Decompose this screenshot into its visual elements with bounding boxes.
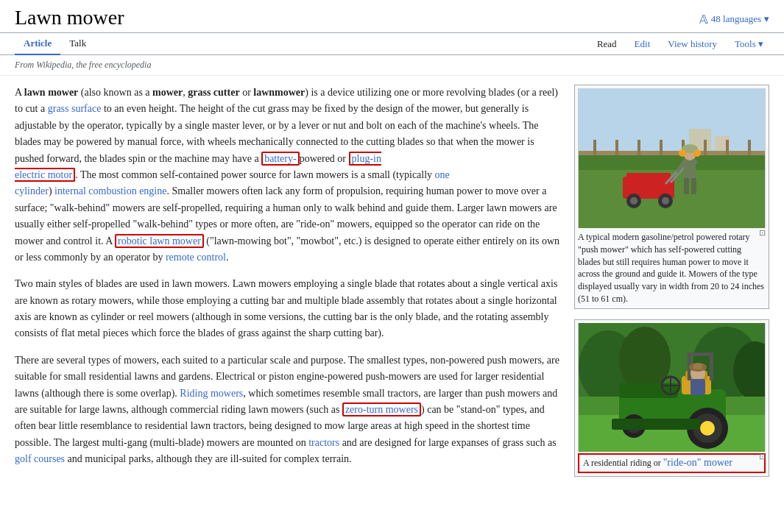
expand-icon[interactable]: ⊡ [759, 228, 766, 238]
expand-icon-riding[interactable]: ⊡ [759, 452, 766, 461]
image-box-push-mower: ⊡ A typical modern gasoline/petrol power… [574, 85, 769, 309]
paragraph-1: A lawn mower (also known as a mower, gra… [15, 85, 562, 266]
p1-text-intro: A [15, 87, 24, 98]
p1-bold-lawnmower: lawnmower [253, 87, 305, 98]
highlight-robotic: robotic lawn mower [115, 234, 204, 248]
image-caption-riding-prefix: A residential riding or [583, 458, 663, 468]
tab-talk[interactable]: Talk [60, 33, 95, 55]
link-remote-control[interactable]: remote control [166, 252, 226, 263]
link-robotic-lawn-mower[interactable]: robotic lawn mower [118, 235, 201, 247]
tabs-bar: Article Talk Read Edit View history Tool… [0, 33, 784, 55]
svg-point-17 [630, 197, 638, 205]
page-title: Lawn mower [15, 6, 124, 32]
link-golf-courses[interactable]: golf courses [15, 453, 65, 464]
tab-article[interactable]: Article [15, 33, 60, 55]
p1-text-2: (also known as a [78, 87, 152, 98]
svg-point-30 [693, 149, 701, 157]
link-internal-combustion[interactable]: internal combustion engine [54, 185, 166, 196]
svg-point-29 [679, 149, 686, 157]
link-ride-on-mower-caption[interactable]: "ride-on" mower [663, 457, 732, 468]
paragraph-3: There are several types of mowers, each … [15, 352, 562, 468]
p1-bold-lawn-mower: lawn mower [24, 87, 79, 98]
svg-rect-54 [612, 419, 700, 430]
tabs-left: Article Talk [15, 33, 95, 54]
push-mower-image [578, 88, 766, 228]
article-sidebar: ⊡ A typical modern gasoline/petrol power… [574, 85, 769, 487]
link-grass-surface[interactable]: grass surface [48, 103, 102, 114]
p1-bold-grass-cutter: grass cutter [188, 87, 239, 98]
highlight-zero-turn: zero-turn mowers [342, 402, 421, 416]
lang-count: 48 languages [711, 13, 761, 25]
svg-rect-56 [691, 379, 705, 395]
page-header: Lawn mower 𝔸 48 languages ▾ [0, 0, 784, 33]
translate-icon: 𝔸 [699, 13, 708, 26]
svg-rect-58 [693, 363, 702, 369]
paragraph-2: Two main styles of blades are used in la… [15, 276, 562, 342]
svg-rect-26 [691, 178, 696, 194]
image-box-riding-mower: ⊡ A residential riding or "ride-on" mowe… [574, 319, 769, 477]
riding-mower-svg [579, 323, 765, 452]
p1-text-9: ) [49, 185, 54, 196]
link-zero-turn-mowers[interactable]: zero-turn mowers [345, 404, 418, 415]
tabs-right: Read Edit View history Tools ▾ [591, 34, 769, 54]
p3-text-4: and are designed for large expanses of g… [339, 437, 556, 448]
article-content: A lawn mower (also known as a mower, gra… [15, 85, 562, 487]
link-battery[interactable]: battery- [264, 153, 297, 164]
p1-text-8: . The most common self-contained power s… [75, 169, 434, 180]
tab-tools[interactable]: Tools ▾ [729, 34, 769, 54]
link-tractors[interactable]: tractors [308, 437, 339, 448]
language-selector[interactable]: 𝔸 48 languages ▾ [699, 13, 769, 26]
svg-point-50 [700, 421, 715, 436]
tab-edit[interactable]: Edit [629, 34, 657, 54]
svg-rect-15 [626, 173, 671, 180]
p1-text-7: powered or [300, 153, 349, 164]
image-caption-push-mower: A typical modern gasoline/petrol powered… [578, 231, 766, 305]
tab-view-history[interactable]: View history [662, 34, 723, 54]
svg-rect-13 [579, 155, 765, 170]
link-riding-mowers[interactable]: Riding mowers [180, 388, 243, 399]
highlight-battery: battery- [261, 152, 300, 166]
svg-point-19 [662, 197, 669, 205]
svg-rect-3 [579, 151, 765, 155]
p1-text-4: or [240, 87, 254, 98]
from-wikipedia-label: From Wikipedia, the free encyclopedia [0, 55, 784, 76]
p3-text-5: and municipal parks, although they are i… [65, 453, 352, 464]
image-caption-riding-mower-box: A residential riding or "ride-on" mower [578, 453, 766, 473]
main-content: A lawn mower (also known as a mower, gra… [0, 76, 784, 496]
push-mower-svg [579, 88, 765, 228]
svg-rect-25 [684, 178, 689, 194]
svg-rect-44 [688, 352, 713, 356]
svg-rect-43 [710, 352, 713, 380]
tab-read[interactable]: Read [591, 34, 623, 54]
riding-mower-image [578, 323, 766, 452]
chevron-down-icon: ▾ [764, 13, 769, 25]
p1-bold-mower: mower [152, 87, 183, 98]
p1-text-12: . [226, 252, 229, 263]
